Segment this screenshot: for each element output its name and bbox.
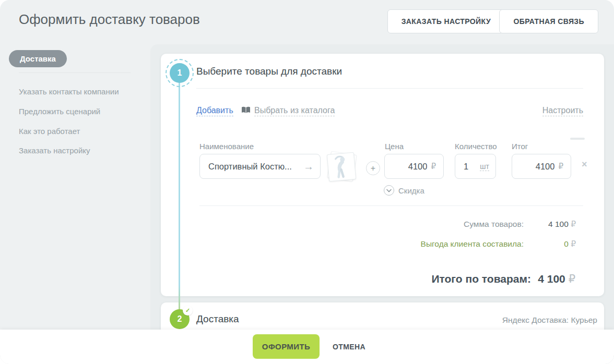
divider: [196, 88, 583, 89]
person-image: [331, 155, 352, 179]
product-name-field: →: [199, 154, 321, 179]
cancel-button[interactable]: ОТМЕНА: [329, 334, 369, 359]
sum-label: Сумма товаров:: [464, 220, 524, 229]
discount-toggle[interactable]: Скидка: [384, 185, 424, 196]
product-photo: [327, 152, 356, 181]
arrow-right-icon[interactable]: →: [303, 161, 314, 172]
configure-link[interactable]: Настроить: [542, 106, 583, 116]
page-title: Оформить доставку товаров: [19, 11, 200, 28]
ruble-sign: ₽: [431, 162, 436, 171]
add-product-link[interactable]: Добавить: [196, 106, 233, 116]
product-name-label: Наименование: [199, 142, 254, 151]
benefit-value: 0 ₽: [564, 239, 576, 249]
step1-card: Выберите товары для доставки Добавить Вы…: [161, 54, 604, 296]
chevron-down-icon: [384, 185, 394, 196]
remove-product-button[interactable]: ×: [582, 160, 587, 169]
step1-circle: 1: [170, 63, 190, 83]
sidebar-link-how-it-works[interactable]: Как это работает: [19, 127, 80, 136]
check-icon: ✓: [183, 306, 193, 316]
choose-from-catalog-link[interactable]: Выбрать из каталога: [241, 106, 335, 116]
catalog-link-label: Выбрать из каталога: [254, 106, 335, 116]
price-field: ₽: [384, 154, 444, 179]
submit-button[interactable]: ОФОРМИТЬ: [253, 334, 320, 359]
step-connector-line: [179, 74, 180, 319]
price-input[interactable]: [392, 162, 427, 172]
sidebar-link-order-setup[interactable]: Заказать настройку: [19, 146, 90, 155]
book-icon: [241, 106, 251, 116]
delivery-badge[interactable]: Доставка: [9, 50, 67, 67]
line-total-label: Итог: [512, 142, 528, 151]
add-photo-button[interactable]: +: [366, 161, 380, 175]
feedback-button[interactable]: ОБРАТНАЯ СВЯЗЬ: [499, 9, 598, 33]
grand-total-label: Итого по товарам:: [431, 273, 531, 285]
sidebar-link-suggest-scenario[interactable]: Предложить сценарий: [19, 107, 100, 116]
step2-title: Доставка: [196, 313, 239, 325]
ruble-sign: ₽: [571, 220, 576, 228]
order-setup-button[interactable]: ЗАКАЗАТЬ НАСТРОЙКУ: [387, 9, 505, 33]
price-label: Цена: [385, 142, 404, 151]
ruble-sign: ₽: [571, 239, 576, 248]
main-panel: Выберите товары для доставки Добавить Вы…: [150, 44, 614, 364]
delivery-order-page: Оформить доставку товаров ЗАКАЗАТЬ НАСТР…: [0, 0, 614, 364]
line-total-input[interactable]: [519, 162, 554, 172]
step1-title: Выберите товары для доставки: [196, 66, 342, 77]
product-name-input[interactable]: [208, 162, 300, 172]
sidebar-link-company-contacts[interactable]: Указать контакты компании: [19, 87, 119, 96]
unit-selector[interactable]: шт: [480, 162, 489, 171]
sidebar-divider: [19, 72, 131, 73]
horizontal-scrollbar-thumb[interactable]: [570, 138, 585, 140]
line-total-field: ₽: [512, 154, 571, 179]
ruble-sign: ₽: [569, 273, 575, 285]
footer-bar: ОФОРМИТЬ ОТМЕНА: [0, 330, 614, 364]
grand-total-value: 4 100 ₽: [538, 273, 575, 285]
product-thumbnail[interactable]: [327, 152, 356, 181]
discount-label: Скидка: [398, 186, 424, 195]
divider: [199, 205, 583, 206]
benefit-label: Выгода клиента составила:: [421, 239, 524, 249]
quantity-input[interactable]: [464, 162, 480, 172]
quantity-label: Количество: [455, 142, 497, 151]
sum-value: 4 100 ₽: [548, 220, 576, 229]
delivery-method-value: Яндекс Доставка: Курьер: [502, 316, 597, 325]
ruble-sign: ₽: [558, 162, 563, 171]
quantity-field: шт: [455, 154, 496, 179]
